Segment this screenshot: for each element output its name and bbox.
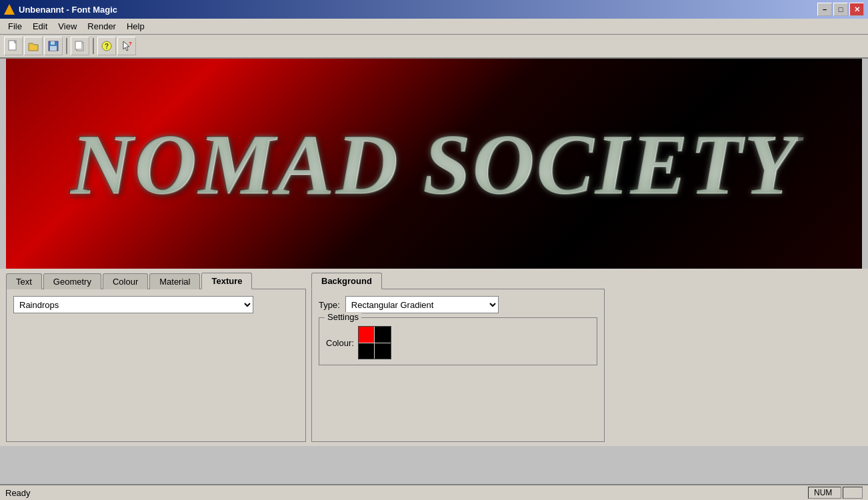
svg-text:?: ?: [105, 43, 109, 50]
tab-material[interactable]: Material: [149, 273, 200, 289]
title-bar: Unbenannt - Font Magic – □ ✕: [0, 0, 868, 19]
toolbar-separator-1: [66, 38, 67, 54]
copy-button[interactable]: [71, 37, 89, 55]
pointer-button[interactable]: ?: [117, 37, 136, 55]
left-panel: Text Geometry Colour Material Texture Ra…: [6, 273, 306, 442]
menu-edit[interactable]: Edit: [27, 20, 53, 33]
tab-geometry[interactable]: Geometry: [43, 273, 101, 289]
tab-colour[interactable]: Colour: [103, 273, 148, 289]
colour-swatch-grid: [358, 326, 391, 359]
svg-rect-2: [51, 41, 55, 45]
menu-file[interactable]: File: [3, 20, 27, 33]
swatch-red[interactable]: [359, 327, 375, 343]
status-right: NUM: [808, 487, 863, 499]
svg-rect-5: [75, 41, 82, 49]
swatch-black-1[interactable]: [375, 327, 391, 343]
menu-view[interactable]: View: [53, 20, 82, 33]
texture-dropdown-row: Raindrops None Granite Marble Wood: [13, 296, 299, 313]
toolbar-separator-2: [93, 38, 94, 54]
svg-rect-3: [50, 46, 57, 51]
right-panel-content: Type: Rectangular Gradient None Flat Lin…: [311, 289, 605, 442]
type-select[interactable]: Rectangular Gradient None Flat Linear Gr…: [346, 297, 498, 313]
bottom-panel: Text Geometry Colour Material Texture Ra…: [0, 269, 868, 446]
type-row: Type: Rectangular Gradient None Flat Lin…: [319, 296, 597, 313]
maximize-button[interactable]: □: [833, 3, 848, 16]
minimize-button[interactable]: –: [817, 3, 832, 16]
canvas-area: NOMAD SOCIETY: [6, 59, 862, 269]
menu-bar: File Edit View Render Help: [0, 19, 868, 35]
num-indicator: NUM: [808, 487, 841, 499]
swatch-black-2[interactable]: [359, 343, 375, 359]
title-bar-controls: – □ ✕: [817, 3, 864, 16]
help-button[interactable]: ?: [97, 37, 116, 55]
type-label: Type:: [319, 300, 340, 310]
preview-text: NOMAD SOCIETY: [70, 114, 797, 214]
tab-background[interactable]: Background: [311, 273, 382, 289]
left-tab-bar: Text Geometry Colour Material Texture: [6, 273, 306, 289]
swatch-black-3[interactable]: [375, 343, 391, 359]
status-text: Ready: [5, 488, 31, 498]
right-panel: Background Type: Rectangular Gradient No…: [311, 273, 605, 442]
svg-text:?: ?: [129, 41, 132, 47]
status-bar: Ready NUM: [0, 484, 868, 500]
right-tab-bar: Background: [311, 273, 605, 289]
type-combo[interactable]: Rectangular Gradient None Flat Linear Gr…: [345, 296, 499, 313]
save-button[interactable]: [44, 37, 63, 55]
app-icon: [4, 4, 15, 15]
extra-box: [843, 487, 863, 499]
toolbar: ? ?: [0, 35, 868, 59]
tab-text[interactable]: Text: [6, 273, 42, 289]
close-button[interactable]: ✕: [849, 3, 864, 16]
settings-group: Settings Colour:: [319, 317, 597, 365]
window-title: Unbenannt - Font Magic: [19, 5, 117, 15]
texture-select[interactable]: Raindrops None Granite Marble Wood: [14, 297, 253, 313]
tab-texture[interactable]: Texture: [201, 273, 252, 289]
texture-combo[interactable]: Raindrops None Granite Marble Wood: [13, 296, 253, 313]
colour-row: Colour:: [326, 326, 590, 359]
menu-help[interactable]: Help: [121, 20, 150, 33]
settings-label: Settings: [325, 312, 361, 322]
open-button[interactable]: [24, 37, 43, 55]
menu-render[interactable]: Render: [82, 20, 121, 33]
title-bar-left: Unbenannt - Font Magic: [4, 4, 117, 15]
left-panel-content: Raindrops None Granite Marble Wood: [6, 289, 306, 442]
colour-label: Colour:: [326, 338, 354, 348]
new-button[interactable]: [4, 37, 23, 55]
